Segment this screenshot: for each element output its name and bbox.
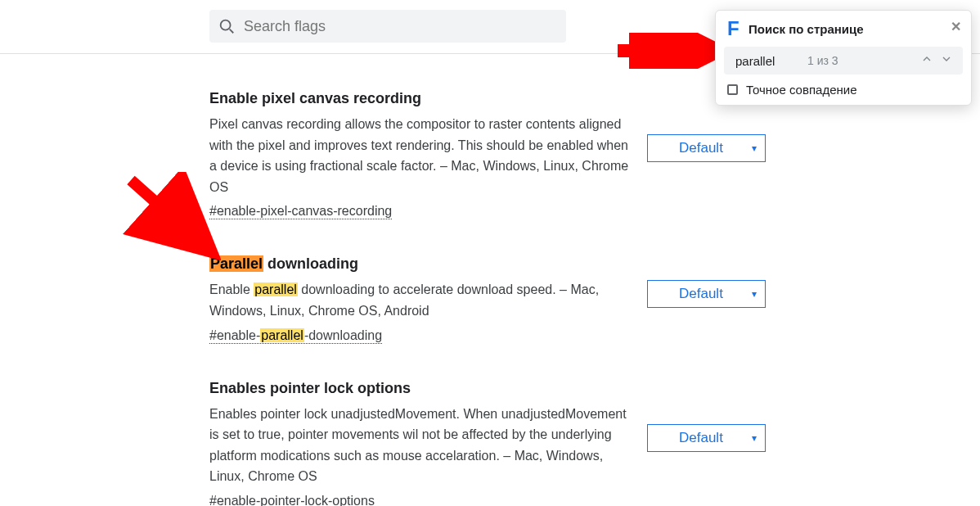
find-input-row: 1 из 3 — [724, 47, 963, 75]
find-next-button[interactable] — [937, 52, 956, 69]
search-flags-box[interactable] — [209, 10, 566, 43]
find-exact-match-row: Точное совпадение — [716, 79, 971, 97]
chevron-down-icon: ▾ — [752, 288, 757, 300]
flag-hash-link[interactable]: #enable-pixel-canvas-recording — [209, 204, 392, 219]
flag-state-select[interactable]: Default ▾ — [647, 280, 766, 308]
annotation-arrow — [123, 172, 221, 262]
select-value: Default — [679, 140, 723, 156]
find-match-count: 1 из 3 — [807, 54, 917, 67]
find-prev-button[interactable] — [917, 52, 937, 69]
search-match: parallel — [260, 328, 304, 342]
flag-description: Pixel canvas recording allows the compos… — [209, 114, 634, 197]
exact-match-label: Точное совпадение — [746, 83, 857, 97]
svg-line-1 — [230, 29, 234, 34]
find-input[interactable] — [734, 53, 807, 69]
find-panel-letter: F — [727, 17, 740, 40]
svg-line-3 — [131, 180, 205, 246]
search-icon — [218, 17, 236, 35]
find-panel-header: F Поиск по странице ✕ — [716, 11, 971, 45]
select-value: Default — [679, 286, 723, 302]
search-flags-input[interactable] — [236, 17, 558, 36]
annotation-arrow — [614, 33, 720, 69]
flags-list: Enable pixel canvas recording Pixel canv… — [209, 54, 766, 506]
close-icon[interactable]: ✕ — [951, 19, 961, 34]
search-match: parallel — [254, 282, 298, 296]
flag-state-select[interactable]: Default ▾ — [647, 424, 766, 452]
flag-hash-link[interactable]: #enable-parallel-downloading — [209, 328, 382, 344]
flag-hash-link[interactable]: #enable-pointer-lock-options — [209, 494, 375, 506]
flag-state-select[interactable]: Default ▾ — [647, 134, 766, 162]
flag-item: Parallel downloading Enable parallel dow… — [209, 255, 766, 343]
flag-description: Enable parallel downloading to accelerat… — [209, 279, 634, 321]
select-value: Default — [679, 430, 723, 446]
flag-title: Enables pointer lock options — [209, 380, 634, 397]
flag-item: Enables pointer lock options Enables poi… — [209, 380, 766, 506]
flag-description: Enables pointer lock unadjustedMovement.… — [209, 404, 634, 487]
flag-title: Enable pixel canvas recording — [209, 90, 634, 107]
find-panel-title: Поиск по странице — [748, 22, 864, 36]
exact-match-checkbox[interactable] — [727, 84, 738, 95]
find-in-page-panel: F Поиск по странице ✕ 1 из 3 Точное совп… — [715, 10, 972, 106]
flag-item: Enable pixel canvas recording Pixel canv… — [209, 90, 766, 219]
flag-title: Parallel downloading — [209, 255, 634, 273]
svg-point-0 — [221, 20, 231, 30]
chevron-down-icon: ▾ — [752, 432, 757, 444]
chevron-down-icon: ▾ — [752, 142, 757, 154]
